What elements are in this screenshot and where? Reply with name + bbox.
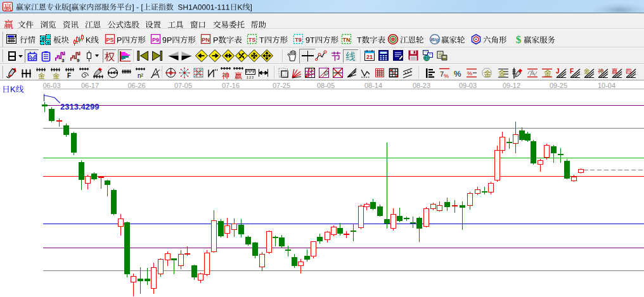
svg-text:T9: T9 [295, 37, 302, 43]
svg-text:07-05: 07-05 [174, 82, 192, 89]
svg-text:08-23: 08-23 [413, 82, 430, 89]
svg-text:TN: TN [343, 37, 351, 43]
svg-text:1 2 3: 1 2 3 [247, 75, 254, 79]
svg-text:TS: TS [248, 37, 256, 43]
svg-text:21: 21 [366, 54, 373, 60]
svg-text:%: % [467, 70, 472, 77]
svg-text:F: F [570, 68, 574, 75]
svg-text:Big: Big [431, 37, 439, 42]
svg-text:2313.4299: 2313.4299 [60, 102, 99, 111]
svg-text:06-03: 06-03 [42, 82, 60, 89]
svg-text:08-14: 08-14 [364, 82, 382, 89]
svg-text:9: 9 [77, 58, 80, 63]
svg-text:10-04: 10-04 [598, 82, 615, 89]
svg-text:P9: P9 [152, 37, 159, 43]
svg-text:3: 3 [61, 58, 65, 63]
svg-text:09-12: 09-12 [503, 82, 520, 89]
svg-text:07-16: 07-16 [222, 82, 240, 89]
svg-text:J: J [556, 68, 560, 75]
svg-text:PS: PS [106, 37, 113, 43]
svg-text:06-26: 06-26 [127, 82, 145, 89]
svg-text:n²: n² [138, 72, 144, 79]
svg-text:%: % [454, 69, 461, 79]
svg-text:%: % [444, 73, 449, 79]
svg-text:06-17: 06-17 [81, 82, 99, 89]
svg-text:08-05: 08-05 [317, 82, 335, 89]
svg-text:PN: PN [202, 37, 210, 43]
svg-text:07-25: 07-25 [273, 82, 290, 89]
svg-text:09-25: 09-25 [550, 82, 567, 89]
svg-text:09-03: 09-03 [459, 82, 477, 89]
svg-text:F: F [67, 72, 71, 79]
svg-text:$: $ [516, 34, 522, 46]
